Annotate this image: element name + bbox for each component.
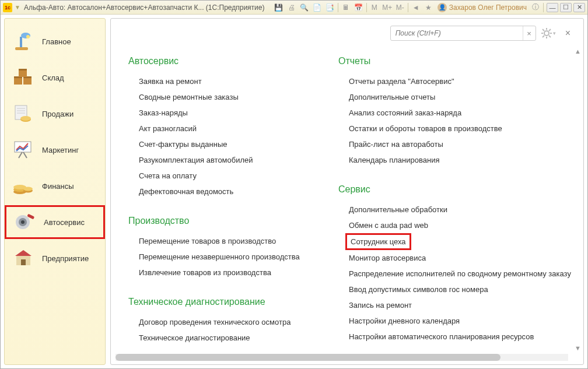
content-column-right: Отчеты Отчеты раздела "Автосервис" Допол… [338, 54, 571, 348]
menu-link[interactable]: Ввод допустимых символов гос номера [349, 282, 571, 297]
app-logo-1c: 1c [3, 3, 12, 12]
menu-link[interactable]: Монитор автосервиса [349, 250, 571, 266]
menu-link[interactable]: Обмен с auda pad web [349, 217, 571, 233]
menu-link[interactable]: Перемещение товаров в производство [139, 233, 332, 249]
menu-link[interactable]: Анализ состояний заказ-наряда [349, 105, 571, 121]
user-block[interactable]: 👤 Захаров Олег Петрович [438, 3, 527, 12]
section-title-autoservice: Автосервис [128, 56, 332, 66]
app-body: Главное Склад Прод [1, 15, 587, 368]
link-list: Заявка на ремонт Сводные ремонтные заказ… [139, 73, 332, 199]
section-title-production: Производство [128, 216, 332, 226]
menu-link[interactable]: Извлечение товаров из производства [139, 265, 332, 280]
toolbar-m-button[interactable]: M [369, 2, 380, 13]
gear-dropdown-arrow-icon: ▾ [553, 30, 556, 36]
menu-link[interactable]: Договор проведения технического осмотра [139, 314, 332, 330]
toolbar-preview-icon[interactable]: 🔍 [299, 2, 310, 13]
menu-link[interactable]: Дефектовочная ведомость [139, 184, 332, 199]
toolbar-print-icon[interactable]: 🖨 [286, 2, 298, 13]
svg-rect-0 [15, 47, 28, 50]
window-close-button[interactable]: ✕ [573, 3, 585, 12]
receipt-coins-icon [10, 102, 36, 125]
menu-link-highlighted[interactable]: Сотрудник цеха [345, 233, 411, 250]
toolbar-mplus-button[interactable]: M+ [382, 2, 393, 13]
svg-line-17 [19, 152, 22, 158]
turbo-wrench-icon [12, 210, 38, 234]
app-menu-dropdown[interactable]: ▼ [15, 4, 20, 10]
window-maximize-button[interactable]: ☐ [560, 3, 572, 12]
toolbar-mminus-button[interactable]: M- [394, 2, 406, 13]
toolbar-calculator-icon[interactable]: 🖩 [340, 2, 352, 13]
desk-lamp-icon [10, 30, 36, 53]
link-list: Дополнительные обработки Обмен с auda pa… [349, 202, 571, 345]
sidebar-item-label: Маркетинг [42, 146, 79, 154]
menu-link[interactable]: Перемещение незавершенного производства [139, 249, 332, 265]
svg-point-3 [26, 35, 30, 38]
toolbar-info-icon[interactable]: ⓘ [530, 2, 541, 13]
menu-link[interactable]: Акт разногласий [139, 121, 332, 136]
menu-link[interactable]: Заявка на ремонт [139, 73, 332, 89]
toolbar-copy-icon[interactable]: 📑 [324, 2, 336, 13]
toolbar-save-icon[interactable]: 💾 [273, 2, 285, 13]
sidebar-item-autoservice[interactable]: Автосервис [5, 205, 105, 239]
toolbar-calendar-icon[interactable]: 📅 [353, 2, 365, 13]
sidebar-item-warehouse[interactable]: Склад [5, 61, 105, 94]
coins-stack-icon [10, 174, 36, 198]
search-input[interactable] [391, 29, 523, 37]
menu-link[interactable]: Остатки и обороты товаров в производстве [349, 121, 571, 136]
scrollbar-thumb[interactable] [116, 354, 501, 361]
menu-link[interactable]: Сводные ремонтные заказы [139, 89, 332, 105]
scroll-up-arrow-icon[interactable]: ▲ [575, 48, 581, 55]
toolbar-back-icon[interactable]: ◄ [410, 2, 422, 13]
link-list: Договор проведения технического осмотра … [139, 314, 332, 346]
menu-link[interactable]: Счета на оплату [139, 168, 332, 184]
svg-line-18 [23, 152, 27, 158]
svg-rect-30 [21, 259, 26, 265]
menu-link[interactable]: Отчеты раздела "Автосервис" [349, 73, 571, 89]
svg-line-37 [549, 36, 551, 37]
content-column-left: Автосервис Заявка на ремонт Сводные ремо… [128, 54, 332, 348]
menu-link[interactable]: Счет-фактуры выданные [139, 136, 332, 152]
toolbar-divider [543, 3, 544, 12]
horizontal-scrollbar[interactable] [116, 354, 568, 361]
building-icon [10, 247, 36, 270]
svg-point-23 [23, 187, 33, 191]
sidebar-item-main[interactable]: Главное [5, 24, 105, 58]
menu-link[interactable]: Прайс-лист на автоработы [349, 136, 571, 152]
toolbar-divider [408, 3, 408, 12]
search-clear-button[interactable]: × [523, 26, 536, 40]
sidebar-item-label: Автосервис [44, 218, 85, 227]
svg-point-15 [20, 116, 31, 121]
sidebar-item-label: Предприятие [42, 254, 89, 263]
toolbar-favorite-icon[interactable]: ★ [423, 2, 435, 13]
user-name: Захаров Олег Петрович [449, 3, 527, 12]
settings-gear-button[interactable]: ▾ [541, 27, 556, 39]
close-panel-button[interactable]: × [565, 28, 570, 38]
sidebar-item-sales[interactable]: Продажи [5, 97, 105, 131]
section-title-reports: Отчеты [338, 56, 571, 66]
menu-link[interactable]: Распределение исполнителей по сводному р… [349, 266, 571, 282]
sidebar-item-label: Склад [42, 73, 64, 82]
boxes-icon [10, 66, 36, 89]
link-list: Отчеты раздела "Автосервис" Дополнительн… [349, 73, 571, 168]
presentation-chart-icon [10, 138, 36, 161]
window-title: Альфа-Авто: Автосалон+Автосервис+Автозап… [24, 3, 265, 12]
toolbar-doc-icon[interactable]: 📄 [312, 2, 323, 13]
user-avatar-icon: 👤 [438, 3, 447, 12]
sidebar-item-enterprise[interactable]: Предприятие [5, 241, 105, 275]
menu-link[interactable]: Настройки автоматического планирования р… [349, 329, 571, 345]
scroll-down-arrow-icon[interactable]: ▼ [575, 345, 581, 352]
svg-line-36 [542, 29, 544, 31]
main-panel: × ▾ × Автосервис Заявка на ремонт Сводны… [110, 18, 584, 365]
window-minimize-button[interactable]: — [547, 3, 558, 12]
menu-link[interactable]: Заказ-наряды [139, 105, 332, 121]
menu-link[interactable]: Настройки дневного календаря [349, 313, 571, 329]
svg-line-38 [542, 36, 544, 37]
menu-link[interactable]: Дополнительные отчеты [349, 89, 571, 105]
menu-link[interactable]: Календарь планирования [349, 152, 571, 168]
menu-link[interactable]: Запись на ремонт [349, 297, 571, 313]
menu-link[interactable]: Разукомплектация автомобилей [139, 152, 332, 168]
sidebar-item-finance[interactable]: Финансы [5, 169, 105, 203]
menu-link[interactable]: Техническое диагностирование [139, 330, 332, 346]
menu-link[interactable]: Дополнительные обработки [349, 202, 571, 217]
sidebar-item-marketing[interactable]: Маркетинг [5, 133, 105, 167]
